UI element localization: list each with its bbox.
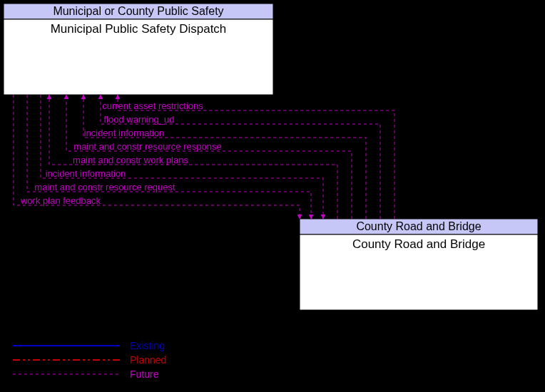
flow-label[interactable]: work plan feedback <box>20 195 101 206</box>
legend-label-future: Future <box>130 368 159 380</box>
legend-label-existing: Existing <box>130 340 165 351</box>
flow-label[interactable]: flood warning_ud <box>103 114 174 125</box>
node-header: County Road and Bridge <box>356 220 481 232</box>
flow-label[interactable]: incident information <box>46 168 126 179</box>
architecture-diagram: Municipal or County Public Safety Munici… <box>0 0 545 392</box>
legend-label-planned: Planned <box>130 354 166 366</box>
flow-label[interactable]: maint and constr resource request <box>34 182 175 192</box>
flow-label[interactable]: maint and constr resource response <box>73 141 221 152</box>
legend: Existing Planned Future <box>13 340 166 380</box>
node-header: Municipal or County Public Safety <box>53 5 223 17</box>
flow-label[interactable]: maint and constr work plans <box>73 155 188 165</box>
node-county-road-and-bridge[interactable]: County Road and Bridge County Road and B… <box>300 219 538 310</box>
flow-label[interactable]: current asset restrictions <box>102 100 203 111</box>
node-title: County Road and Bridge <box>352 237 485 251</box>
node-municipal-public-safety-dispatch[interactable]: Municipal or County Public Safety Munici… <box>4 4 273 95</box>
node-title: Municipal Public Safety Dispatch <box>51 22 227 36</box>
flow-label[interactable]: incident information <box>84 128 165 138</box>
